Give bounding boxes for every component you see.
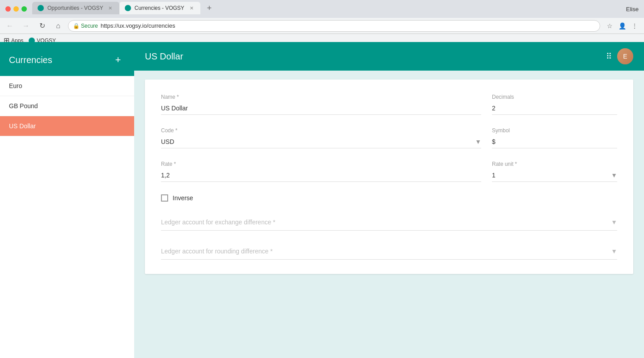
rate-label: Rate * — [161, 161, 481, 167]
tab-title-currencies: Currencies - VOGSY — [135, 5, 184, 11]
secure-text: Secure — [81, 23, 98, 29]
reload-button[interactable]: ↻ — [36, 20, 48, 32]
sidebar-item-gbpound-label: GB Pound — [9, 102, 38, 110]
window-close-button[interactable] — [5, 6, 11, 12]
tab-close-currencies[interactable]: ✕ — [188, 4, 195, 12]
form-card: Name * Decimals Code * USD — [145, 80, 633, 274]
window-maximize-button[interactable] — [21, 6, 27, 12]
tab-favicon-opportunities — [38, 5, 44, 11]
rate-input[interactable] — [161, 169, 481, 182]
url-bar[interactable]: 🔒 Secure https://ux.vogsy.io/currencies — [68, 20, 600, 32]
secure-badge: 🔒 Secure — [73, 23, 98, 29]
name-input[interactable] — [161, 102, 481, 115]
sidebar-item-gbpound[interactable]: GB Pound — [0, 96, 134, 116]
inverse-checkbox[interactable] — [161, 194, 168, 202]
ledger-rounding-chevron-icon: ▼ — [611, 248, 617, 255]
inverse-label: Inverse — [173, 194, 193, 202]
code-select-wrapper: USD EUR GBP ▼ — [161, 135, 481, 148]
form-area: Name * Decimals Code * USD — [134, 71, 644, 358]
back-button[interactable]: ← — [4, 20, 16, 32]
form-row-code-symbol: Code * USD EUR GBP ▼ Symbol — [161, 127, 617, 148]
rate-unit-select[interactable]: 1 100 1000 — [492, 169, 617, 181]
sidebar-add-button[interactable]: + — [111, 53, 125, 67]
main-content: US Dollar ⠿ E Name * Decimals — [134, 42, 644, 358]
decimals-label: Decimals — [492, 94, 617, 100]
tab-favicon-currencies — [125, 5, 131, 11]
accounts-button[interactable]: 👤 — [616, 20, 628, 32]
new-tab-button[interactable]: + — [203, 2, 216, 14]
form-row-name-decimals: Name * Decimals — [161, 94, 617, 115]
inverse-checkbox-row: Inverse — [161, 194, 617, 202]
ledger-exchange-chevron-icon: ▼ — [611, 219, 617, 226]
ledger-rounding-placeholder: Ledger account for rounding difference * — [161, 248, 273, 255]
main-header-title: US Dollar — [145, 51, 183, 62]
avatar-initials: E — [617, 48, 633, 64]
name-label: Name * — [161, 94, 481, 100]
decimals-input[interactable] — [492, 102, 617, 115]
sidebar-item-euro-label: Euro — [9, 82, 22, 89]
bookmark-button[interactable]: ☆ — [604, 20, 615, 32]
tab-title-opportunities: Opportunities - VOGSY — [47, 5, 103, 11]
code-select[interactable]: USD EUR GBP — [161, 135, 481, 148]
tab-opportunities[interactable]: Opportunities - VOGSY ✕ — [32, 2, 119, 14]
forward-button[interactable]: → — [20, 20, 32, 32]
sidebar-header: Currencies + — [0, 42, 134, 76]
form-group-rate: Rate * — [161, 161, 481, 182]
header-right: ⠿ E — [606, 48, 633, 64]
user-name-label: Elise — [626, 6, 639, 13]
ledger-exchange-placeholder: Ledger account for exchange difference * — [161, 219, 275, 226]
sidebar-item-usdollar-label: US Dollar — [9, 122, 36, 130]
sidebar-list: Euro GB Pound US Dollar — [0, 76, 134, 358]
window-minimize-button[interactable] — [13, 6, 19, 12]
ledger-exchange-dropdown[interactable]: Ledger account for exchange difference *… — [161, 214, 617, 231]
form-group-name: Name * — [161, 94, 481, 115]
code-label: Code * — [161, 127, 481, 134]
symbol-input[interactable] — [492, 135, 617, 148]
form-group-rate-unit: Rate unit * 1 100 1000 ▼ — [492, 161, 617, 182]
lock-icon: 🔒 — [73, 23, 80, 29]
rate-unit-select-wrapper: 1 100 1000 ▼ — [492, 169, 617, 182]
symbol-label: Symbol — [492, 127, 617, 134]
rate-unit-label: Rate unit * — [492, 161, 617, 167]
url-text: https://ux.vogsy.io/currencies — [101, 22, 175, 29]
menu-button[interactable]: ⋮ — [629, 20, 640, 32]
sidebar-title: Currencies — [9, 55, 52, 65]
sidebar: Currencies + Euro GB Pound US Dollar — [0, 42, 134, 358]
home-button[interactable]: ⌂ — [52, 20, 64, 32]
tab-close-opportunities[interactable]: ✕ — [107, 4, 114, 12]
ledger-rounding-dropdown[interactable]: Ledger account for rounding difference *… — [161, 243, 617, 260]
form-group-code: Code * USD EUR GBP ▼ — [161, 127, 481, 148]
header-grid-icon[interactable]: ⠿ — [606, 51, 612, 61]
user-avatar[interactable]: E — [617, 48, 633, 64]
sidebar-item-usdollar[interactable]: US Dollar — [0, 116, 134, 136]
form-row-rate-rateunit: Rate * Rate unit * 1 100 1000 ▼ — [161, 161, 617, 182]
main-header: US Dollar ⠿ E — [134, 42, 644, 71]
form-group-decimals: Decimals — [492, 94, 617, 115]
sidebar-item-euro[interactable]: Euro — [0, 76, 134, 96]
tab-currencies[interactable]: Currencies - VOGSY ✕ — [119, 2, 200, 14]
form-group-symbol: Symbol — [492, 127, 617, 148]
app-layout: Currencies + Euro GB Pound US Dollar US … — [0, 42, 644, 358]
